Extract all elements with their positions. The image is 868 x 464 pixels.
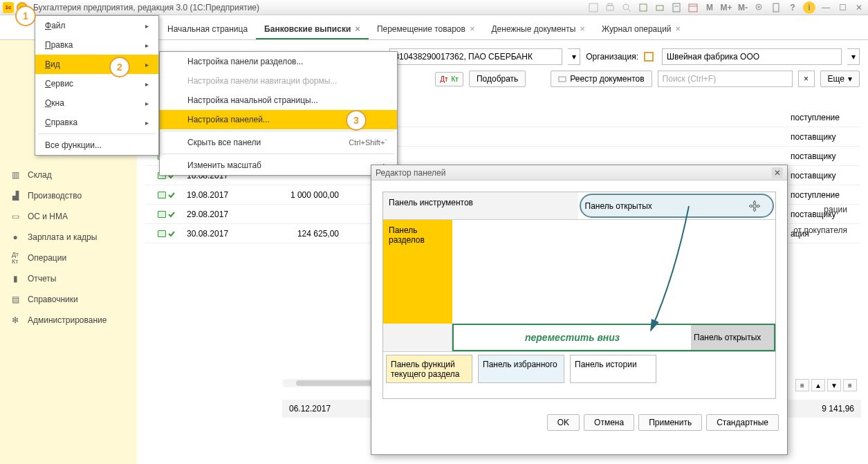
move-down-label: переместить вниз	[454, 332, 691, 343]
org-dropdown[interactable]: ▾	[847, 48, 860, 65]
doc2-icon[interactable]	[637, 1, 649, 14]
print-icon[interactable]	[604, 1, 616, 14]
row-status	[145, 192, 187, 198]
pick-button[interactable]: Подобрать	[469, 71, 526, 87]
tab[interactable]: Журнал операций×	[593, 19, 689, 39]
svg-rect-14	[773, 3, 779, 12]
save-icon[interactable]	[587, 1, 600, 14]
dialog-close[interactable]: ✕	[772, 167, 783, 178]
tab[interactable]: Банковские выписки×	[256, 19, 369, 39]
tab-close[interactable]: ×	[580, 24, 585, 34]
dtkt-button[interactable]: ДтКт	[435, 72, 463, 86]
sidebar-item[interactable]: ●Зарплата и кадры	[0, 227, 137, 248]
account-field[interactable]: 810438290017362, ПАО СБЕРБАНК	[389, 48, 562, 65]
row-date: 19.08.2017	[187, 190, 270, 200]
tab-close[interactable]: ×	[470, 24, 475, 34]
org-field[interactable]: Швейная фабрика ООО	[662, 48, 842, 65]
nav-bottom[interactable]: ≡	[843, 379, 857, 391]
memory-m[interactable]: M	[703, 1, 716, 14]
nav-up[interactable]: ▲	[811, 379, 825, 391]
empty-slot[interactable]	[383, 324, 452, 351]
menu-zoom[interactable]: Изменить масштаб▸	[160, 156, 397, 175]
sidebar-label: Отчеты	[28, 274, 56, 284]
sidebar-item[interactable]: ▟Производство	[0, 185, 137, 206]
registry-button[interactable]: Реестр документов	[551, 71, 652, 87]
menu-section-panel[interactable]: Настройка панели разделов...	[160, 52, 397, 71]
menu-item[interactable]: Окна▸	[35, 93, 158, 113]
svg-rect-9	[689, 4, 697, 12]
org-colorbox	[644, 52, 654, 62]
nav-top[interactable]: ≡	[795, 379, 809, 391]
search-input[interactable]: Поиск (Ctrl+F)	[658, 71, 793, 87]
maximize-icon[interactable]: ☐	[836, 1, 849, 14]
account-dropdown[interactable]: ▾	[568, 48, 580, 65]
sections-panel-slot[interactable]: Панель разделов	[383, 220, 452, 324]
sidebar-item[interactable]: ▮Отчеты	[0, 268, 137, 289]
calendar-icon[interactable]	[687, 1, 699, 14]
doc-icon[interactable]	[770, 1, 782, 14]
svg-point-3	[623, 4, 629, 10]
tab-close[interactable]: ×	[676, 24, 681, 34]
dialog-standard[interactable]: Стандартные	[706, 414, 779, 431]
chart-icon: ▮	[10, 273, 21, 284]
menu-hide-panels[interactable]: Скрыть все панелиCtrl+Shift+`	[160, 133, 397, 152]
minimize-icon[interactable]: —	[820, 1, 832, 14]
status-sum: 9 141,96	[822, 404, 854, 414]
memory-mplus[interactable]: M+	[720, 1, 732, 14]
favorites-panel-box[interactable]: Панель избранного	[478, 355, 564, 383]
panel-editor-dialog: Редактор панелей ✕ Панель инструментов П…	[371, 165, 788, 455]
menu-all-functions[interactable]: Все функции...	[35, 136, 158, 155]
menu-item[interactable]: Правка▸	[35, 35, 158, 55]
functions-panel-box[interactable]: Панель функций текущего раздела	[386, 355, 472, 383]
print2-icon[interactable]	[654, 1, 666, 14]
tab-close[interactable]: ×	[355, 24, 360, 34]
row-op: поступление	[791, 190, 860, 200]
sidebar-item[interactable]: ДтКтОперации	[0, 248, 137, 268]
op-buyer: от покупателя	[793, 225, 847, 235]
menu-item[interactable]: Вид▸	[35, 55, 158, 74]
main-menu: Файл▸Правка▸Вид▸Сервис▸Окна▸Справка▸Все …	[35, 15, 159, 156]
tab[interactable]: Денежные документы×	[483, 19, 593, 39]
zoom-in-icon[interactable]	[753, 1, 766, 14]
drop-target[interactable]: переместить вниз Панель открытых	[452, 324, 775, 351]
menu-item[interactable]: Файл▸	[35, 16, 158, 35]
history-panel-box[interactable]: Панель истории	[570, 355, 656, 383]
sidebar-item[interactable]: ✻Администрирование	[0, 310, 137, 331]
open-panel-slot-top[interactable]: Панель открытых	[580, 194, 775, 218]
dialog-titlebar[interactable]: Редактор панелей ✕	[371, 165, 787, 180]
menu-start-page[interactable]: Настройка начальной страницы...	[160, 91, 397, 110]
sidebar-item[interactable]: ▤Справочники	[0, 289, 137, 310]
help-icon[interactable]: ?	[786, 1, 799, 14]
toolbar-panel-slot[interactable]: Панель инструментов	[383, 192, 578, 219]
svg-rect-15	[559, 77, 566, 82]
sidebar-label: Администрирование	[28, 315, 107, 325]
sidebar-item[interactable]: ▥Склад	[0, 165, 137, 185]
tab[interactable]: Перемещение товаров×	[369, 19, 483, 39]
svg-rect-5	[640, 4, 647, 11]
sidebar-label: Склад	[28, 170, 52, 180]
close-icon[interactable]: ✕	[853, 1, 865, 14]
more-button[interactable]: Еще ▾	[820, 71, 860, 87]
dtkt-icon: ДтКт	[10, 252, 21, 263]
preview-icon[interactable]	[620, 1, 633, 14]
nav-down[interactable]: ▼	[827, 379, 841, 391]
open-panel-ghost: Панель открытых	[691, 325, 774, 350]
memory-mminus[interactable]: M-	[737, 1, 749, 14]
sidebar-item[interactable]: ▭ОС и НМА	[0, 206, 137, 227]
menu-form-nav-panel: Настройка панели навигации формы...	[160, 71, 397, 91]
column-header-op: рации	[824, 205, 847, 214]
menu-item[interactable]: Справка▸	[35, 113, 158, 132]
search-clear[interactable]: ×	[798, 71, 815, 87]
dialog-cancel[interactable]: Отмена	[584, 414, 634, 431]
book-icon: ▤	[10, 294, 21, 305]
callout-2: 2	[109, 57, 130, 77]
tab[interactable]: Начальная страница	[159, 20, 256, 39]
calc-icon[interactable]	[670, 1, 683, 14]
window-title: Бухгалтерия предприятия, редакция 3.0 (1…	[33, 3, 259, 12]
warehouse-icon: ▥	[10, 169, 21, 180]
info-icon[interactable]: i	[803, 1, 815, 14]
menu-item[interactable]: Сервис▸	[35, 74, 158, 93]
dialog-ok[interactable]: OK	[547, 414, 580, 431]
dialog-apply[interactable]: Применить	[638, 414, 702, 431]
row-date: 29.08.2017	[187, 210, 270, 219]
